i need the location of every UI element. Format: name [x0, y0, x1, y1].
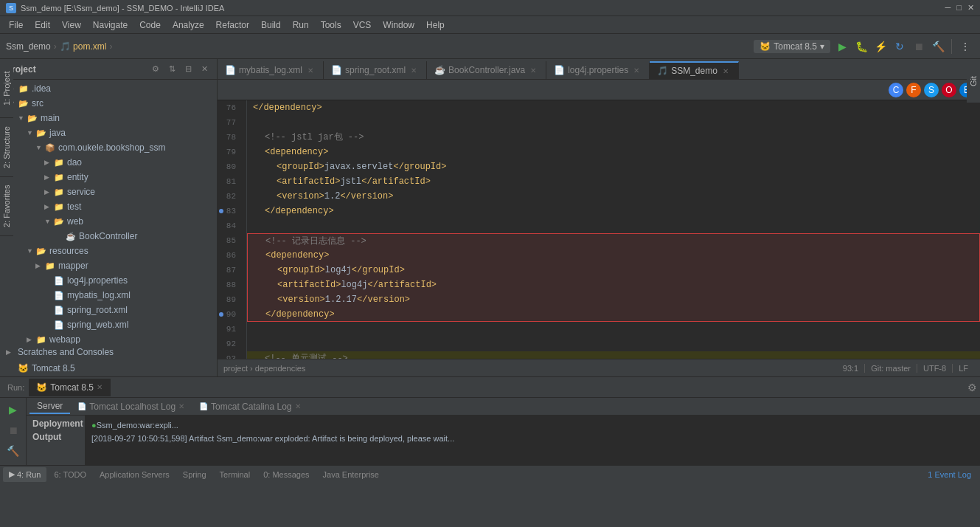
menu-item-navigate[interactable]: Navigate [87, 18, 133, 32]
tomcat-item[interactable]: 🐱 Tomcat 8.5 [0, 360, 217, 376]
bottom-tab-messages[interactable]: 0: Messages [257, 467, 315, 482]
run-subtab-catalina[interactable]: 📄 Tomcat Catalina Log ✕ [192, 399, 307, 414]
run-settings: ⚙ [967, 382, 977, 393]
project-sort-btn[interactable]: ⇅ [165, 63, 178, 76]
run-rebuild-btn[interactable]: 🔨 [4, 442, 22, 460]
safari-icon[interactable]: S [924, 83, 939, 97]
menu-item-window[interactable]: Window [377, 18, 420, 32]
firefox-icon[interactable]: F [906, 83, 921, 97]
menu-item-file[interactable]: File [3, 18, 29, 32]
xml-icon-springroot: 📄 [53, 304, 65, 316]
top-toolbar: Ssm_demo › 🎵 pom.xml › 🐱 Tomcat 8.5 ▾ ▶ … [0, 34, 980, 59]
tab-springroot[interactable]: 📄 spring_root.xml ✕ [324, 61, 427, 79]
menu-item-help[interactable]: Help [420, 18, 451, 32]
event-log-btn[interactable]: 1 Event Log [922, 470, 977, 479]
breadcrumb-project[interactable]: Ssm_demo [6, 41, 51, 52]
bottom-tab-appservers[interactable]: Application Servers [94, 467, 176, 482]
run-play-btn[interactable]: ▶ [4, 401, 22, 418]
project-expand-btn[interactable]: ⊟ [181, 63, 195, 76]
run-tab-tomcat-close[interactable]: ✕ [97, 383, 102, 391]
run-subtab-catalina-close[interactable]: ✕ [295, 402, 301, 410]
tab-close-springroot[interactable]: ✕ [409, 65, 419, 75]
tree-item-test[interactable]: ▶ 📁 test [0, 199, 217, 214]
tree-item-service[interactable]: ▶ 📁 service [0, 185, 217, 199]
stop-button[interactable]: ⏹ [910, 38, 928, 55]
run-label: Run: [3, 383, 29, 392]
tree-item-web[interactable]: ▼ 📂 web [0, 214, 217, 229]
bottom-tab-spring[interactable]: Spring [177, 467, 212, 482]
tree-item-main[interactable]: ▼ 📂 main [0, 111, 217, 125]
vertical-label-structure[interactable]: 2: Structure [0, 118, 13, 177]
terminal-tab-label: Terminal [220, 470, 251, 479]
minimize-btn[interactable]: ─ [945, 3, 951, 13]
bottom-tab-run[interactable]: ▶ 4: Run [3, 467, 46, 482]
bottom-tab-javaee[interactable]: Java Enterprise [317, 467, 385, 482]
tab-mybatis[interactable]: 📄 mybatis_log.xml ✕ [218, 61, 324, 79]
menu-item-build[interactable]: Build [255, 18, 287, 32]
tree-item-mapper[interactable]: ▶ 📁 mapper [0, 258, 217, 273]
tree-item-entity[interactable]: ▶ 📁 entity [0, 170, 217, 185]
tree-item-dao[interactable]: ▶ 📁 dao [0, 155, 217, 170]
menu-item-vcs[interactable]: VCS [347, 18, 378, 32]
menu-item-refactor[interactable]: Refactor [210, 18, 255, 32]
chrome-icon[interactable]: C [889, 83, 903, 97]
menu-item-code[interactable]: Code [133, 18, 167, 32]
breadcrumb-pom[interactable]: 🎵 pom.xml [60, 41, 107, 52]
code-content[interactable]: </dependency> <!-- jstl jar包 --> <depend… [247, 100, 980, 359]
tab-java-icon: ☕ [434, 65, 445, 75]
tree-item-log4j[interactable]: ▶ 📄 log4j.properties [0, 273, 217, 288]
run-gear-btn[interactable]: ⚙ [967, 382, 977, 393]
tree-item-src[interactable]: ▼ 📂 src [0, 96, 217, 111]
vertical-label-git[interactable]: Git [967, 59, 980, 103]
opera-icon[interactable]: O [942, 83, 956, 97]
menu-item-analyze[interactable]: Analyze [167, 18, 210, 32]
coverage-button[interactable]: ⚡ [872, 38, 889, 55]
tree-item-bookcontroller[interactable]: ▶ ☕ BookController [0, 229, 217, 244]
code-line-78: <!-- jstl jar包 --> [247, 130, 980, 145]
tab-close-ssmdemo[interactable]: ✕ [720, 66, 731, 76]
reload-button[interactable]: ↻ [891, 38, 908, 55]
menu-item-edit[interactable]: Edit [29, 18, 56, 32]
run-subtab-localhost[interactable]: 📄 Tomcat Localhost Log ✕ [70, 399, 192, 414]
run-subtab-server[interactable]: Server [29, 399, 70, 414]
project-settings-btn[interactable]: ⚙ [149, 63, 162, 76]
bottom-tab-terminal[interactable]: Terminal [214, 467, 257, 482]
tree-item-resources[interactable]: ▼ 📂 resources [0, 244, 217, 258]
tree-item-mybatis[interactable]: ▶ 📄 mybatis_log.xml [0, 288, 217, 303]
ln-90: 90 [218, 307, 240, 322]
tree-item-java[interactable]: ▼ 📂 java [0, 125, 217, 140]
menu-item-run[interactable]: Run [287, 18, 315, 32]
tab-ssmdemo[interactable]: 🎵 SSM_demo ✕ [650, 61, 739, 79]
vertical-label-project[interactable]: 1: Project [0, 59, 13, 118]
tree-item-webapp[interactable]: ▶ 📁 webapp [0, 332, 217, 344]
tree-item-springweb[interactable]: ▶ 📄 spring_web.xml [0, 317, 217, 332]
code-editor[interactable]: 76 77 78 79 80 81 82 83 84 85 86 87 88 8… [218, 100, 980, 359]
vertical-label-favorites[interactable]: 2: Favorites [0, 177, 13, 236]
tree-item-idea[interactable]: ▶ 📁 .idea [0, 81, 217, 96]
tab-log4j[interactable]: 📄 log4j.properties ✕ [546, 61, 650, 79]
rebuild-button[interactable]: 🔨 [929, 38, 947, 55]
run-subtab-localhost-close[interactable]: ✕ [178, 402, 184, 410]
scratches-consoles[interactable]: ▶ Scratches and Consoles [0, 344, 217, 360]
debug-button[interactable]: 🐛 [852, 38, 870, 55]
close-btn[interactable]: ✕ [967, 3, 974, 13]
tree-item-springroot[interactable]: ▶ 📄 spring_root.xml [0, 303, 217, 317]
menu-item-view[interactable]: View [56, 18, 87, 32]
run-button[interactable]: ▶ [833, 38, 851, 55]
project-close-btn[interactable]: ✕ [198, 63, 211, 76]
encoding: UTF-8 [917, 364, 953, 373]
maximize-btn[interactable]: □ [956, 3, 962, 13]
tab-close-bookcontroller[interactable]: ✕ [528, 65, 538, 75]
code-line-80: <groupId>javax.servlet</groupId> [247, 159, 980, 174]
more-actions-button[interactable]: ⋮ [956, 38, 974, 55]
run-tab-tomcat[interactable]: 🐱 Tomcat 8.5 ✕ [29, 379, 111, 396]
run-config-selector[interactable]: 🐱 Tomcat 8.5 ▾ [754, 40, 830, 53]
run-stop-btn[interactable]: ⏹ [4, 421, 22, 439]
tab-close-log4j[interactable]: ✕ [631, 65, 642, 75]
tab-bookcontroller[interactable]: ☕ BookController.java ✕ [427, 61, 546, 79]
tab-close-mybatis[interactable]: ✕ [305, 65, 316, 75]
menu-item-tools[interactable]: Tools [315, 18, 347, 32]
bottom-tab-todo[interactable]: 6: TODO [48, 467, 92, 482]
bottom-toolbar: ▶ 4: Run 6: TODO Application Servers Spr… [0, 465, 980, 483]
tree-item-com[interactable]: ▼ 📦 com.oukele.bookshop_ssm [0, 140, 217, 155]
